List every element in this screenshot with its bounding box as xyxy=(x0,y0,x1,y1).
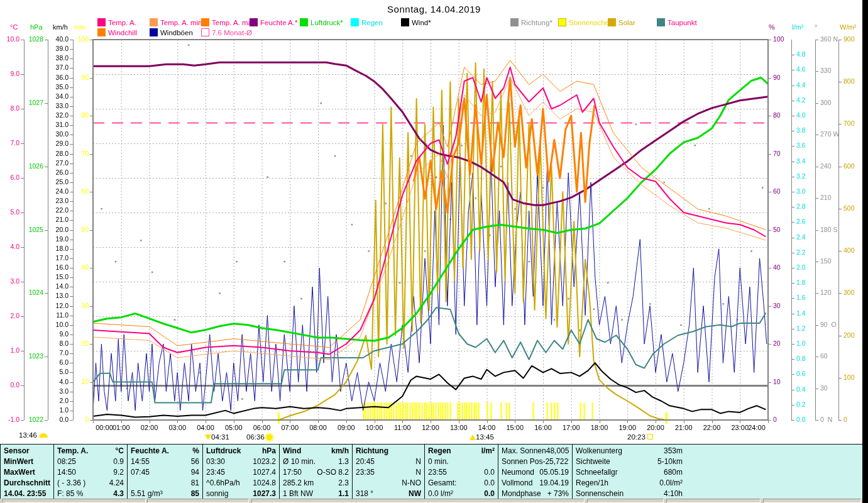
legend-item-luftdruck-: Luftdruck* xyxy=(300,18,343,26)
legend-swatch-icon xyxy=(201,18,209,26)
table-cell-value: N xyxy=(415,456,421,467)
table-cell: Vollmond xyxy=(502,478,532,489)
table-cell: 14:50 xyxy=(57,467,76,478)
status-bar-segment xyxy=(251,499,585,503)
weather-day-chart[interactable] xyxy=(0,0,868,444)
legend-swatch-icon xyxy=(657,18,665,26)
table-cell-value: N xyxy=(415,467,421,478)
moon-time-label: 13:46 xyxy=(19,431,48,439)
sunrise-sun-icon xyxy=(266,434,272,440)
table-cell-value: 9.2 xyxy=(113,467,124,478)
legend-swatch-icon xyxy=(401,18,409,26)
axis-title-pct: % xyxy=(769,23,775,31)
axis-title-deg: ° xyxy=(815,23,817,31)
legend-label: Feuchte A.* xyxy=(260,19,297,26)
table-cell-value: % xyxy=(192,446,199,456)
table-col-wind: Windkm/hØ 10 min.1.317:50O-SO 8.2285.2 k… xyxy=(280,445,353,499)
table-cell: Richtung xyxy=(356,446,388,456)
table-cell: 23:45 xyxy=(206,467,225,478)
table-cell: 5.51 g/m³ xyxy=(131,489,163,499)
legend-swatch-icon xyxy=(351,18,359,26)
table-col-regen: Regenl/m²0 min.23:550.0Gesamt:0.00.0 l/m… xyxy=(425,445,498,499)
table-cell-value: 4.3 xyxy=(113,489,124,499)
table-cell: Neumond xyxy=(502,467,534,478)
legend-item-windb-en: Windböen xyxy=(150,28,193,36)
axis-title-min: min xyxy=(74,23,85,31)
axis-title-wm2: W/m² xyxy=(840,23,856,31)
legend-label: Taupunkt xyxy=(667,19,697,26)
legend-label: Regen xyxy=(361,19,383,26)
legend-swatch-icon xyxy=(97,28,106,36)
table-cell-value: 19.04.19 xyxy=(539,478,569,489)
table-cell: ^0.6hPa/h xyxy=(206,478,240,489)
table-cell-value: 2.3 xyxy=(338,478,349,489)
table-cell: 07:45 xyxy=(131,467,150,478)
legend-item-taupunkt: Taupunkt xyxy=(657,18,697,26)
sunrise-label: 06:36 xyxy=(246,433,272,441)
table-cell: 14.04. 23:55 xyxy=(4,489,46,499)
table-cell: sonnig xyxy=(206,489,228,499)
table-cell: Regen/1h xyxy=(576,478,608,489)
table-cell-value: + 73% xyxy=(547,489,569,499)
table-cell-value: 1027.4 xyxy=(253,467,276,478)
table-cell-value: 1.1 xyxy=(338,489,349,499)
moonset-arrow-icon xyxy=(205,434,211,440)
table-cell-value: 1.3 xyxy=(338,456,349,467)
table-cell: 23:35 xyxy=(356,467,375,478)
table-cell-value: 0.0 xyxy=(484,467,495,478)
legend-item-sonnenschein: Sonnenschein xyxy=(558,18,615,26)
table-cell-value: -25,722° xyxy=(542,456,569,467)
legend-item-wind-: Wind* xyxy=(401,18,431,26)
table-cell: 1 Bft NW xyxy=(283,489,313,499)
legend-swatch-icon xyxy=(510,18,519,26)
table-cell-value: 5-10km xyxy=(657,456,683,467)
legend-item-richtung-: Richtung* xyxy=(510,18,552,26)
table-cell: 318 ° xyxy=(356,489,373,499)
table-cell: 285.2 km xyxy=(283,478,314,489)
table-cell-value: 353m xyxy=(664,446,683,456)
table-cell-value: hPa xyxy=(262,446,276,456)
table-cell: 0.0 l/m² xyxy=(428,489,453,499)
table-cell-value: 85 xyxy=(191,489,199,499)
table-cell: Temp. A. xyxy=(57,446,88,456)
table-cell: 20:45 xyxy=(356,456,375,467)
legend-swatch-icon xyxy=(300,18,308,26)
legend-swatch-icon xyxy=(250,18,258,26)
table-cell-value: 680m xyxy=(664,467,683,478)
table-cell: MinWert xyxy=(4,456,33,467)
summary-table: SensorMinWertMaxWertDurchschnitt14.04. 2… xyxy=(0,444,862,500)
table-cell: Sichtweite xyxy=(576,456,610,467)
table-cell-value: 05.05.19 xyxy=(539,467,569,478)
sunset-icon xyxy=(647,434,653,439)
table-cell: Wolkenunterg xyxy=(576,446,622,456)
table-cell-value: 0.0 xyxy=(484,478,495,489)
legend-label: Richtung* xyxy=(521,19,552,26)
table-cell: Sonnenschein xyxy=(576,489,624,499)
sunset-label: 20:23 xyxy=(627,433,653,441)
page-title: Sonntag, 14.04.2019 xyxy=(0,4,868,14)
table-cell: 0 min. xyxy=(428,456,449,467)
legend-item-windchill: Windchill xyxy=(97,28,137,36)
status-bar-segment xyxy=(147,499,249,503)
legend-label: Windböen xyxy=(160,29,193,36)
table-cell-value: km/h xyxy=(331,446,349,456)
legend-item-solar: Solar xyxy=(608,18,635,26)
status-bar-segment xyxy=(666,499,761,503)
status-bar xyxy=(0,499,862,503)
moon-icon xyxy=(39,433,48,438)
table-col-atmosphere: Wolkenunterg353mSichtweite5-10kmSchneefa… xyxy=(573,445,860,499)
axis-title-kmh: km/h xyxy=(53,23,68,31)
table-cell: 17:50 xyxy=(283,467,302,478)
table-cell-value: NW xyxy=(409,489,421,499)
table-cell-value: 1027.3 xyxy=(253,489,276,499)
table-cell: 14:55 xyxy=(131,456,150,467)
table-cell-value: 4.24 xyxy=(109,478,124,489)
legend-label: Wind* xyxy=(412,19,431,26)
axis-title-lm2: l/m² xyxy=(792,23,803,31)
table-col-astro: Max. Sonnen48,005°Sonnen Pos-25,722°Neum… xyxy=(498,445,573,499)
table-cell-value: O-SO 8.2 xyxy=(317,467,349,478)
table-cell-value: 1024.8 xyxy=(253,478,276,489)
table-cell-value: N-NO xyxy=(402,478,421,489)
table-cell: Sonnen Pos xyxy=(502,456,542,467)
table-col-feuchte-a-: Feuchte A.%14:555607:4594815.51 g/m³85 xyxy=(128,445,203,499)
